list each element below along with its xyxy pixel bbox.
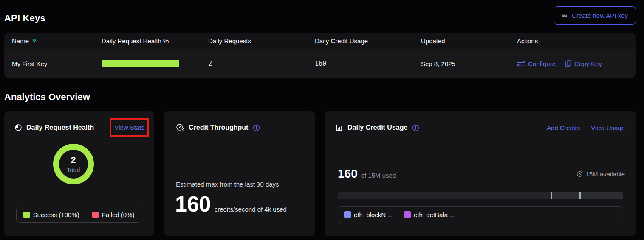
page-title: API Keys (4, 13, 45, 24)
column-header-daily-requests: Daily Requests (208, 37, 315, 45)
column-header-updated: Updated (421, 37, 517, 45)
configure-label: Configure (528, 60, 556, 67)
credits-used-value: 160 (338, 168, 358, 180)
failed-swatch (92, 212, 99, 218)
table-row: My First Key 2 160 Sep 8, 2025 Configure (4, 49, 636, 78)
success-swatch (23, 212, 30, 218)
gauge-icon (176, 123, 184, 132)
bar-chart-icon (336, 124, 343, 131)
info-icon[interactable] (412, 124, 419, 131)
donut-total-value: 2 (71, 155, 76, 165)
copy-icon (565, 60, 571, 67)
eth-blocknumber-swatch (344, 211, 351, 218)
card-title-credit-throughput: Credit Throughput (189, 124, 248, 131)
view-usage-link[interactable]: View Usage (591, 124, 625, 131)
add-credits-link[interactable]: Add Credits (547, 124, 580, 131)
create-api-key-button[interactable]: Create new API key (554, 6, 636, 25)
daily-request-health-card: Daily Request Health View Stats 2 Total … (4, 111, 154, 236)
copy-key-label: Copy Key (574, 60, 602, 67)
daily-requests-value: 2 (208, 60, 315, 67)
credits-available-label: 15M available (585, 170, 625, 178)
credits-used-suffix: of 15M used (361, 172, 396, 179)
throughput-unit-label: credits/second of 4k used (215, 206, 287, 213)
throughput-subtitle: Estimated max from the last 30 days (176, 181, 279, 188)
column-header-health: Daily Request Health % (102, 37, 208, 45)
sliders-icon (517, 61, 525, 67)
api-keys-table: Name Daily Request Health % Daily Reques… (4, 33, 636, 78)
legend-item-eth-getbalance: eth_getBala… (404, 211, 454, 218)
request-health-donut-chart: 2 Total (53, 144, 94, 184)
legend-item-failed: Failed (0%) (92, 211, 135, 218)
annotation-highlight-box: View Stats (110, 118, 149, 137)
legend-success-label: Success (100%) (33, 211, 79, 218)
key-name: My First Key (12, 60, 102, 67)
table-header-row: Name Daily Request Health % Daily Reques… (4, 33, 636, 49)
eth-getbalance-swatch (404, 211, 411, 218)
create-api-key-label: Create new API key (572, 12, 628, 19)
credit-usage-progress-bar (338, 192, 623, 199)
info-icon[interactable] (253, 124, 260, 131)
health-bar (102, 60, 179, 67)
card-title-daily-request-health: Daily Request Health (26, 124, 94, 131)
legend-eth-blocknumber-label: eth_blockN… (354, 211, 392, 218)
configure-button[interactable]: Configure (517, 60, 556, 67)
clock-icon (576, 171, 583, 177)
daily-credit-usage-card: Daily Credit Usage Add Credits View Usag… (325, 111, 636, 236)
health-bar-fill (102, 60, 179, 67)
usage-marker-1 (551, 192, 552, 199)
view-stats-link[interactable]: View Stats (114, 124, 144, 131)
credit-usage-legend: eth_blockN… eth_getBala… (338, 206, 623, 223)
analytics-section-title: Analytics Overview (4, 92, 90, 103)
daily-credit-usage-value: 160 (315, 60, 421, 67)
credit-throughput-card: Credit Throughput Estimated max from the… (164, 111, 315, 236)
column-header-name[interactable]: Name (12, 37, 102, 45)
updated-value: Sep 8, 2025 (421, 60, 517, 67)
pie-chart-icon (14, 124, 22, 131)
legend-item-eth-blocknumber: eth_blockN… (344, 211, 392, 218)
column-header-daily-credit-usage: Daily Credit Usage (315, 37, 421, 45)
request-health-legend: Success (100%) Failed (0%) (16, 207, 141, 223)
copy-key-button[interactable]: Copy Key (565, 60, 602, 67)
column-header-actions: Actions (517, 37, 628, 45)
card-title-daily-credit-usage: Daily Credit Usage (347, 124, 407, 131)
legend-eth-getbalance-label: eth_getBala… (414, 211, 454, 218)
sort-descending-icon[interactable] (32, 39, 37, 43)
usage-marker-2 (579, 192, 581, 199)
legend-item-success: Success (100%) (23, 211, 79, 218)
usage-bar-segment (551, 192, 623, 199)
donut-total-label: Total (67, 166, 80, 173)
crown-icon (562, 12, 568, 19)
dashboard-page: API Keys Create new API key Name Daily R… (0, 0, 644, 240)
legend-failed-label: Failed (0%) (102, 211, 135, 218)
column-header-name-label: Name (12, 37, 29, 45)
throughput-value: 160 (175, 193, 211, 215)
analytics-cards: Daily Request Health View Stats 2 Total … (4, 111, 636, 236)
